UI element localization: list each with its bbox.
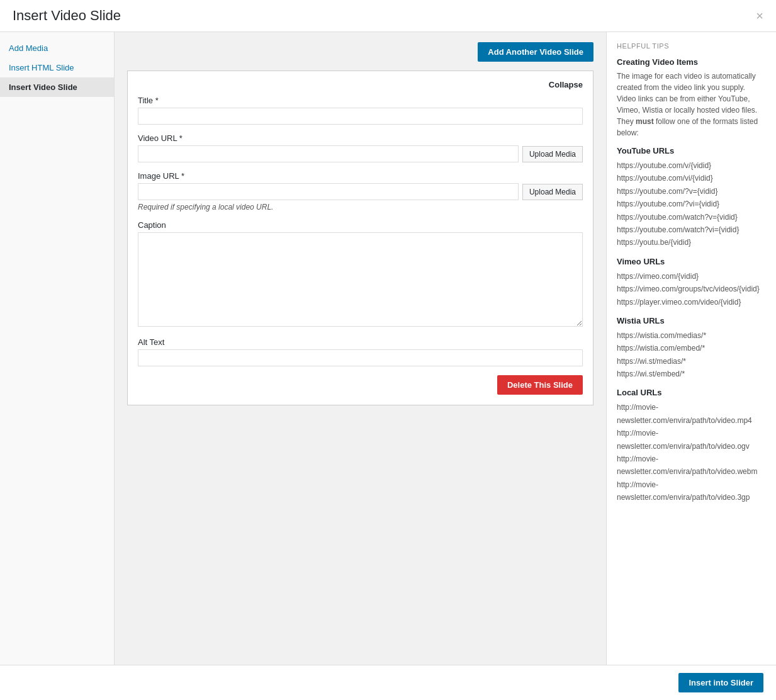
collapse-button[interactable]: Collapse [549,80,583,89]
wistia-urls: https://wistia.com/medias/* https://wist… [617,329,766,381]
vimeo-title: Vimeo URLs [617,257,766,266]
title-label: Title * [138,96,583,105]
alt-text-field-group: Alt Text [138,337,583,366]
wistia-url-4: https://wi.st/embed/* [617,368,766,380]
sidebar: Add Media Insert HTML Slide Insert Video… [0,32,115,665]
youtube-url-7: https://youtu.be/{vidid} [617,236,766,249]
caption-label: Caption [138,220,583,230]
local-url-1: http://movie-newsletter.com/envira/path/… [617,401,766,427]
alt-text-input[interactable] [138,349,583,366]
youtube-url-6: https://youtube.com/watch?vi={vidid} [617,223,766,236]
image-url-row: Upload Media [138,183,583,200]
modal-title: Insert Video Slide [13,8,121,24]
video-url-row: Upload Media [138,145,583,162]
video-url-input[interactable] [138,145,519,162]
image-upload-media-button[interactable]: Upload Media [522,184,583,200]
wistia-url-1: https://wistia.com/medias/* [617,329,766,342]
youtube-url-5: https://youtube.com/watch?v={vidid} [617,211,766,223]
delete-slide-button[interactable]: Delete This Slide [497,375,583,395]
local-urls: http://movie-newsletter.com/envira/path/… [617,401,766,504]
image-hint: Required if specifying a local video URL… [138,203,583,212]
video-upload-media-button[interactable]: Upload Media [522,146,583,162]
vimeo-urls: https://vimeo.com/{vidid} https://vimeo.… [617,270,766,308]
creating-title: Creating Video Items [617,57,766,67]
top-bar: Add Another Video Slide [127,42,593,62]
add-another-video-slide-button[interactable]: Add Another Video Slide [478,42,593,62]
close-button[interactable]: × [756,9,763,22]
image-url-field-group: Image URL * Upload Media Required if spe… [138,171,583,212]
card-header: Collapse [138,80,583,89]
local-url-3: http://movie-newsletter.com/envira/path/… [617,453,766,478]
youtube-url-2: https://youtube.com/vi/{vidid} [617,172,766,184]
vimeo-url-2: https://vimeo.com/groups/tvc/videos/{vid… [617,283,766,295]
alt-text-label: Alt Text [138,337,583,347]
image-url-input[interactable] [138,183,519,200]
youtube-urls: https://youtube.com/v/{vidid} https://yo… [617,159,766,249]
caption-field-group: Caption [138,220,583,329]
title-input[interactable] [138,108,583,125]
sidebar-item-insert-video[interactable]: Insert Video Slide [0,77,114,97]
sidebar-item-add-media[interactable]: Add Media [0,38,114,58]
main-content: Add Another Video Slide Collapse Title *… [115,32,606,665]
card-footer: Delete This Slide [138,375,583,395]
video-url-field-group: Video URL * Upload Media [138,133,583,162]
wistia-url-3: https://wi.st/medias/* [617,355,766,368]
youtube-url-4: https://youtube.com/?vi={vidid} [617,198,766,210]
local-url-2: http://movie-newsletter.com/envira/path/… [617,427,766,453]
wistia-url-2: https://wistia.com/embed/* [617,342,766,354]
local-url-4: http://movie-newsletter.com/envira/path/… [617,478,766,504]
youtube-url-1: https://youtube.com/v/{vidid} [617,159,766,172]
caption-textarea[interactable] [138,232,583,327]
tips-heading: HELPFUL TIPS [617,42,766,50]
image-url-label: Image URL * [138,171,583,181]
sidebar-item-insert-html[interactable]: Insert HTML Slide [0,58,114,77]
title-field-group: Title * [138,96,583,125]
slide-card: Collapse Title * Video URL * Upload Medi… [127,71,593,405]
video-url-label: Video URL * [138,133,583,143]
insert-into-slider-button[interactable]: Insert into Slider [678,673,763,692]
tips-panel: HELPFUL TIPS Creating Video Items The im… [606,32,776,665]
vimeo-url-1: https://vimeo.com/{vidid} [617,270,766,283]
vimeo-url-3: https://player.vimeo.com/video/{vidid} [617,296,766,308]
youtube-title: YouTube URLs [617,146,766,155]
youtube-url-3: https://youtube.com/?v={vidid} [617,185,766,198]
creating-text: The image for each video is automaticall… [617,71,766,138]
modal-footer: Insert into Slider [0,665,776,700]
wistia-title: Wistia URLs [617,316,766,325]
local-title: Local URLs [617,388,766,397]
